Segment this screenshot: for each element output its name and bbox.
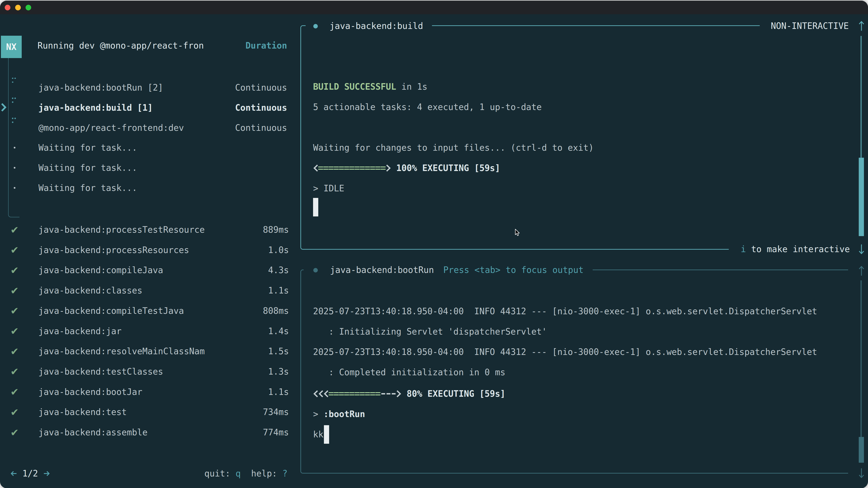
- done-task-duration: 1.1s: [198, 387, 289, 397]
- progress-label: 100% EXECUTING [59s]: [391, 163, 500, 173]
- pagination: 1/2: [10, 468, 50, 479]
- spinner-icon: [12, 118, 17, 124]
- done-task-duration: 1.3s: [198, 366, 289, 377]
- progress-chevron-right-icon: [386, 163, 391, 173]
- page-number: 1/2: [22, 468, 38, 479]
- done-task-duration: 774ms: [198, 427, 289, 437]
- build-idle-line: > IDLE: [313, 183, 344, 194]
- task-label: Waiting for task...: [38, 163, 137, 173]
- done-task-duration: 4.3s: [198, 265, 289, 275]
- log-line: : Initializing Servlet 'dispatcherServle…: [313, 326, 547, 337]
- quit-label: quit:: [204, 468, 236, 479]
- task-label: java-backend:bootRun [2]: [38, 83, 163, 93]
- build-progress-line: 100% EXECUTING [59s]: [313, 163, 500, 173]
- progress-bar-remaining: [381, 389, 396, 399]
- log-line: : Completed initialization in 0 ms: [313, 367, 505, 378]
- done-task-label: java-backend:test: [38, 407, 127, 417]
- pane-build-status-bullet: [313, 24, 318, 29]
- bootrun-progress-line: 80% EXECUTING [59s]: [313, 389, 505, 399]
- pane-bootrun-scroll-track[interactable]: [861, 281, 862, 437]
- window-content: NX Running dev @mono-app/react-fron Dura…: [0, 1, 868, 488]
- interactive-key[interactable]: i: [741, 244, 746, 254]
- check-icon: ✔: [10, 366, 19, 377]
- pane-bootrun-scroll-down-icon[interactable]: [857, 468, 866, 478]
- pane-build-scroll-down-icon[interactable]: [857, 244, 866, 254]
- done-task-label: java-backend:assemble: [38, 427, 148, 437]
- selected-task-marker-icon: [0, 103, 7, 113]
- done-task-duration: 1.4s: [198, 326, 289, 336]
- done-task-duration: 1.0s: [198, 245, 289, 255]
- prev-page-arrow-icon[interactable]: [10, 468, 17, 479]
- progress-label: 80% EXECUTING [59s]: [401, 389, 505, 399]
- bootrun-input-line: kk: [313, 429, 323, 440]
- pane-bootrun-hint: Press <tab> to focus output: [443, 265, 584, 275]
- pane-bootrun-scroll-thumb[interactable]: [859, 437, 864, 463]
- quit-key[interactable]: q: [236, 468, 241, 479]
- build-terminal-cursor: [313, 198, 318, 217]
- help-bar: quit: q help: ?: [204, 468, 287, 479]
- terminal-window: NX Running dev @mono-app/react-fron Dura…: [0, 1, 868, 488]
- done-task-label: java-backend:processResources: [38, 245, 189, 255]
- zoom-button[interactable]: [26, 5, 31, 10]
- titlebar[interactable]: [0, 1, 868, 14]
- build-summary-line: 5 actionable tasks: 4 executed, 1 up-to-…: [313, 102, 542, 112]
- sidebar-header-duration: Duration: [151, 40, 287, 51]
- next-page-arrow-icon[interactable]: [43, 468, 50, 479]
- log-line: 2025-07-23T13:40:18.950-04:00 INFO 44312…: [313, 347, 817, 357]
- check-icon: ✔: [10, 407, 19, 418]
- pane-build-scroll-up-icon[interactable]: [857, 21, 866, 31]
- help-label: help:: [251, 468, 282, 479]
- check-icon: ✔: [10, 427, 19, 438]
- minimize-button[interactable]: [15, 5, 21, 10]
- done-task-duration: 1.5s: [198, 346, 289, 357]
- pane-build-footer: i to make interactive: [741, 244, 850, 254]
- help-key[interactable]: ?: [282, 468, 287, 479]
- pane-build-scroll-thumb[interactable]: [859, 158, 864, 236]
- task-status: [151, 183, 287, 193]
- done-task-label: java-backend:bootJar: [38, 387, 143, 397]
- build-result-line: BUILD SUCCESSFUL in 1s: [313, 82, 428, 92]
- waiting-dot-icon: [14, 167, 16, 169]
- pane-build-title: java-backend:build: [330, 21, 423, 31]
- build-successful-text: BUILD SUCCESSFUL: [313, 82, 396, 92]
- task-status: [151, 142, 287, 153]
- screen: NX Running dev @mono-app/react-fron Dura…: [0, 0, 868, 488]
- progress-chevron-left-icon: [313, 163, 318, 173]
- check-icon: ✔: [10, 286, 19, 296]
- pane-bootrun-scroll-up-icon[interactable]: [857, 266, 866, 276]
- done-task-duration: 889ms: [198, 225, 289, 235]
- bootrun-command-line: > :bootRun: [313, 409, 365, 419]
- progress-chevron-right-icon: [396, 389, 401, 399]
- check-icon: ✔: [10, 306, 19, 316]
- nx-logo: NX: [1, 36, 22, 58]
- progress-chevron-left-icon: [323, 389, 329, 399]
- done-task-label: java-backend:compileTestJava: [38, 306, 184, 316]
- progress-bar-fill: [318, 163, 386, 173]
- waiting-dot-icon: [14, 147, 16, 149]
- check-icon: ✔: [10, 387, 19, 397]
- pane-build-badge: NON-INTERACTIVE: [771, 21, 849, 31]
- check-icon: ✔: [10, 225, 19, 235]
- done-task-label: java-backend:processTestResource: [38, 225, 205, 235]
- pane-build-scroll-track[interactable]: [861, 36, 862, 158]
- close-button[interactable]: [5, 5, 10, 10]
- mouse-cursor: [515, 229, 520, 236]
- pane-bootrun-status-bullet: [313, 268, 318, 272]
- build-waiting-line: Waiting for changes to input files... (c…: [313, 142, 594, 153]
- progress-bar-fill: [329, 389, 381, 399]
- spinner-icon: [12, 78, 17, 84]
- task-label: Waiting for task...: [38, 183, 137, 193]
- task-status: Continuous: [151, 123, 287, 133]
- command-text: :bootRun: [323, 409, 365, 419]
- check-icon: ✔: [10, 265, 19, 275]
- task-status: Continuous: [151, 83, 287, 93]
- waiting-dot-icon: [14, 187, 16, 189]
- check-icon: ✔: [10, 346, 19, 357]
- check-icon: ✔: [10, 326, 19, 336]
- task-status: [151, 163, 287, 173]
- done-task-duration: 1.1s: [198, 285, 289, 296]
- done-task-duration: 734ms: [198, 407, 289, 417]
- check-icon: ✔: [10, 245, 19, 255]
- task-label: Waiting for task...: [38, 142, 137, 153]
- spinner-icon: [12, 98, 17, 103]
